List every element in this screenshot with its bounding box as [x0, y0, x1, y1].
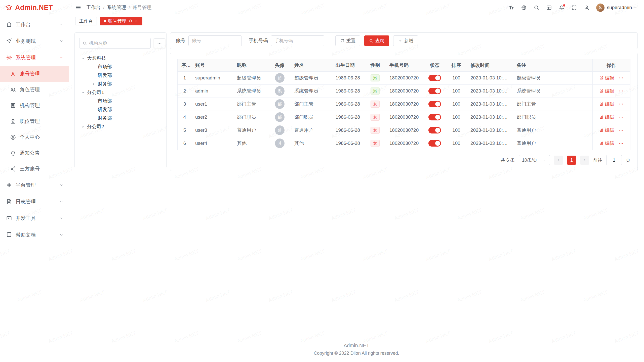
- user-menu[interactable]: superadmin: [596, 4, 637, 12]
- account-input[interactable]: [188, 35, 242, 46]
- tree-node[interactable]: 分公司2: [79, 122, 162, 131]
- edit-button[interactable]: 编辑: [599, 127, 614, 133]
- org-search-input[interactable]: [89, 41, 147, 46]
- tree-node[interactable]: 研发部: [79, 105, 162, 114]
- cell-order: 100: [446, 98, 467, 111]
- app-logo-icon: [5, 4, 13, 11]
- language-icon[interactable]: [521, 5, 527, 11]
- sidebar-item-system-mgmt[interactable]: 系统管理: [0, 49, 69, 66]
- edit-button[interactable]: 编辑: [599, 75, 614, 81]
- sidebar-item-label: 通知公告: [20, 150, 40, 156]
- sidebar-item-notice[interactable]: 通知公告: [0, 145, 69, 161]
- cell-name: 部门主管: [291, 98, 332, 111]
- tree-node[interactable]: 分公司1: [79, 88, 162, 97]
- sidebar-item-personal-center[interactable]: 个人中心: [0, 129, 69, 145]
- sidebar-item-org-mgmt[interactable]: 机构管理: [0, 98, 69, 113]
- cell-operation: 编辑: [592, 98, 630, 111]
- caret-down-icon[interactable]: [81, 91, 85, 95]
- sidebar-item-business-test[interactable]: 业务测试: [0, 33, 69, 49]
- breadcrumb-item[interactable]: 系统管理: [107, 4, 126, 11]
- status-toggle[interactable]: [428, 140, 441, 147]
- status-toggle[interactable]: [428, 127, 441, 133]
- phone-input[interactable]: [271, 35, 324, 46]
- menu-search-icon[interactable]: [534, 5, 539, 11]
- edit-button[interactable]: 编辑: [599, 114, 614, 120]
- fullscreen-icon[interactable]: [571, 5, 577, 11]
- app-logo[interactable]: Admin.NET: [0, 0, 69, 15]
- cell-gender: 女: [364, 111, 386, 124]
- breadcrumb-item[interactable]: 工作台: [86, 4, 101, 11]
- user-icon[interactable]: [584, 5, 590, 11]
- row-more-button[interactable]: [619, 128, 624, 133]
- edit-button[interactable]: 编辑: [599, 140, 614, 146]
- menu-collapse-icon[interactable]: [75, 5, 81, 11]
- cell-remark: 部门职员: [513, 111, 592, 124]
- goto-page-input[interactable]: [606, 155, 622, 165]
- tab-refresh-icon[interactable]: [129, 19, 132, 23]
- tree-node[interactable]: 市场部: [79, 63, 162, 71]
- tree-node-label: 财务部: [98, 115, 112, 121]
- sidebar-item-role-mgmt[interactable]: 角色管理: [0, 82, 69, 98]
- tree-node[interactable]: 研发部: [79, 71, 162, 80]
- sidebar-item-platform-mgmt[interactable]: 平台管理: [0, 177, 69, 193]
- status-toggle[interactable]: [428, 114, 441, 120]
- sidebar-item-third-party-account[interactable]: 三方账号: [0, 161, 69, 177]
- next-page-button[interactable]: [580, 156, 589, 165]
- edit-label: 编辑: [605, 88, 614, 94]
- status-toggle[interactable]: [428, 88, 441, 94]
- reset-button[interactable]: 重置: [335, 35, 360, 46]
- tree-node[interactable]: 大名科技: [79, 54, 162, 63]
- layout-config-icon[interactable]: [546, 5, 552, 11]
- caret-right-icon[interactable]: [92, 82, 96, 86]
- tree-node[interactable]: 财务部: [79, 114, 162, 122]
- row-more-button[interactable]: [619, 115, 624, 120]
- sidebar-item-workbench[interactable]: 工作台: [0, 16, 69, 33]
- sidebar-item-position-mgmt[interactable]: 职位管理: [0, 113, 69, 129]
- search-button[interactable]: 查询: [364, 35, 389, 46]
- current-page-button[interactable]: 1: [567, 156, 576, 165]
- sidebar-item-help-docs[interactable]: 帮助文档: [0, 227, 69, 243]
- cell-avatar: 超: [269, 71, 291, 84]
- cell-order: 100: [446, 71, 467, 84]
- column-header: 姓名: [291, 59, 332, 71]
- edit-label: 编辑: [605, 127, 614, 133]
- caret-right-icon[interactable]: [81, 125, 85, 129]
- prev-page-button[interactable]: [554, 156, 563, 165]
- row-more-button[interactable]: [619, 88, 624, 94]
- user-icon: [10, 71, 16, 77]
- tree-node[interactable]: 财务部: [79, 80, 162, 88]
- page-size-select[interactable]: 10条/页: [519, 155, 550, 165]
- row-avatar: 系: [275, 86, 285, 96]
- edit-button[interactable]: 编辑: [599, 88, 614, 94]
- cell-avatar: 部: [269, 98, 291, 111]
- tab-workbench[interactable]: 工作台: [75, 17, 97, 25]
- tree-node[interactable]: 市场部: [79, 97, 162, 105]
- font-size-icon[interactable]: [508, 5, 514, 11]
- main-area: 工作台/系统管理/账号管理 superadmin 工作台账号管理 大名科技: [69, 0, 644, 362]
- tab-dot-icon: [104, 20, 106, 22]
- table-panel: 序号账号昵称头像姓名出生日期性别手机号码状态排序修改时间备注操作 1supera…: [170, 53, 638, 171]
- status-toggle[interactable]: [428, 75, 441, 81]
- table-row: 1superadmin超级管理员超超级管理员1986-06-28男1802003…: [178, 71, 630, 84]
- sidebar-item-account-mgmt[interactable]: 账号管理: [0, 66, 69, 82]
- notification-icon[interactable]: [559, 5, 565, 11]
- status-toggle[interactable]: [428, 101, 441, 107]
- cell-account: user2: [192, 111, 233, 124]
- tab-close-icon[interactable]: [135, 19, 138, 23]
- add-button[interactable]: 新增: [393, 35, 418, 46]
- app-title: Admin.NET: [15, 4, 53, 12]
- cell-index: 2: [178, 84, 192, 98]
- edit-button[interactable]: 编辑: [599, 101, 614, 107]
- chevron-down-icon: [59, 216, 64, 220]
- caret-down-icon[interactable]: [81, 57, 85, 60]
- row-more-button[interactable]: [619, 102, 624, 107]
- tab-account-mgmt[interactable]: 账号管理: [100, 17, 142, 25]
- row-more-button[interactable]: [619, 75, 624, 80]
- tree-more-button[interactable]: [154, 38, 165, 48]
- cell-gender: 男: [364, 71, 386, 84]
- row-more-button[interactable]: [619, 141, 624, 146]
- breadcrumb-separator: /: [129, 5, 130, 10]
- search-icon: [83, 41, 87, 46]
- sidebar-item-log-mgmt[interactable]: 日志管理: [0, 193, 69, 210]
- sidebar-item-dev-tools[interactable]: 开发工具: [0, 210, 69, 227]
